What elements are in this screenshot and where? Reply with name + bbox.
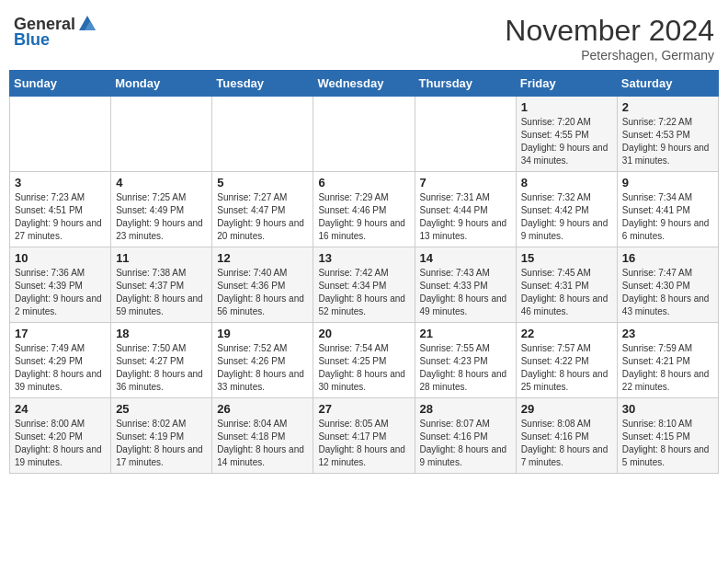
day-detail: Sunrise: 7:40 AM Sunset: 4:36 PM Dayligh…	[217, 267, 308, 318]
calendar-cell: 5Sunrise: 7:27 AM Sunset: 4:47 PM Daylig…	[212, 172, 313, 247]
day-number: 9	[622, 176, 713, 190]
day-number: 28	[420, 402, 511, 416]
logo-icon	[77, 14, 97, 34]
day-number: 19	[217, 327, 308, 340]
day-number: 14	[420, 251, 511, 265]
calendar-header-row: SundayMondayTuesdayWednesdayThursdayFrid…	[10, 71, 719, 97]
day-number: 1	[521, 100, 612, 114]
calendar-cell	[313, 97, 415, 172]
calendar-cell: 4Sunrise: 7:25 AM Sunset: 4:49 PM Daylig…	[111, 172, 212, 247]
calendar-cell: 10Sunrise: 7:36 AM Sunset: 4:39 PM Dayli…	[10, 247, 111, 323]
calendar-cell: 6Sunrise: 7:29 AM Sunset: 4:46 PM Daylig…	[313, 172, 415, 247]
day-detail: Sunrise: 7:50 AM Sunset: 4:27 PM Dayligh…	[116, 342, 207, 394]
day-detail: Sunrise: 8:02 AM Sunset: 4:19 PM Dayligh…	[116, 418, 207, 469]
day-number: 6	[318, 176, 409, 190]
calendar-cell: 9Sunrise: 7:34 AM Sunset: 4:41 PM Daylig…	[617, 172, 718, 247]
calendar-cell: 19Sunrise: 7:52 AM Sunset: 4:26 PM Dayli…	[212, 323, 313, 398]
day-detail: Sunrise: 7:59 AM Sunset: 4:21 PM Dayligh…	[622, 342, 713, 394]
calendar-cell: 29Sunrise: 8:08 AM Sunset: 4:16 PM Dayli…	[516, 398, 617, 474]
day-number: 26	[217, 402, 308, 416]
day-detail: Sunrise: 8:08 AM Sunset: 4:16 PM Dayligh…	[521, 418, 612, 469]
day-number: 5	[217, 176, 308, 190]
calendar-cell: 15Sunrise: 7:45 AM Sunset: 4:31 PM Dayli…	[516, 247, 617, 323]
day-detail: Sunrise: 7:49 AM Sunset: 4:29 PM Dayligh…	[15, 342, 106, 394]
calendar-cell: 26Sunrise: 8:04 AM Sunset: 4:18 PM Dayli…	[212, 398, 313, 474]
day-detail: Sunrise: 7:23 AM Sunset: 4:51 PM Dayligh…	[15, 191, 106, 243]
day-number: 29	[521, 402, 612, 416]
logo: General Blue	[14, 14, 97, 50]
day-number: 4	[116, 176, 207, 190]
calendar-cell: 27Sunrise: 8:05 AM Sunset: 4:17 PM Dayli…	[313, 398, 415, 474]
calendar-cell: 11Sunrise: 7:38 AM Sunset: 4:37 PM Dayli…	[111, 247, 212, 323]
calendar-cell: 17Sunrise: 7:49 AM Sunset: 4:29 PM Dayli…	[10, 323, 111, 398]
day-detail: Sunrise: 7:32 AM Sunset: 4:42 PM Dayligh…	[521, 191, 612, 243]
day-detail: Sunrise: 8:10 AM Sunset: 4:15 PM Dayligh…	[622, 418, 713, 469]
title-block: November 2024 Petershagen, Germany	[505, 14, 714, 63]
day-detail: Sunrise: 8:07 AM Sunset: 4:16 PM Dayligh…	[420, 418, 511, 469]
day-detail: Sunrise: 7:36 AM Sunset: 4:39 PM Dayligh…	[15, 267, 106, 318]
header-friday: Friday	[516, 71, 617, 97]
calendar-week-row: 17Sunrise: 7:49 AM Sunset: 4:29 PM Dayli…	[10, 323, 719, 398]
day-detail: Sunrise: 8:04 AM Sunset: 4:18 PM Dayligh…	[217, 418, 308, 469]
calendar-cell: 20Sunrise: 7:54 AM Sunset: 4:25 PM Dayli…	[313, 323, 415, 398]
logo-block: General Blue	[14, 14, 97, 50]
day-detail: Sunrise: 7:57 AM Sunset: 4:22 PM Dayligh…	[521, 342, 612, 394]
day-number: 20	[318, 327, 409, 340]
calendar-cell	[10, 97, 111, 172]
day-number: 18	[116, 327, 207, 340]
calendar-cell: 30Sunrise: 8:10 AM Sunset: 4:15 PM Dayli…	[617, 398, 718, 474]
calendar-week-row: 10Sunrise: 7:36 AM Sunset: 4:39 PM Dayli…	[10, 247, 719, 323]
calendar-cell: 3Sunrise: 7:23 AM Sunset: 4:51 PM Daylig…	[10, 172, 111, 247]
day-detail: Sunrise: 7:22 AM Sunset: 4:53 PM Dayligh…	[622, 116, 713, 167]
calendar-cell: 25Sunrise: 8:02 AM Sunset: 4:19 PM Dayli…	[111, 398, 212, 474]
day-number: 21	[420, 327, 511, 340]
day-detail: Sunrise: 7:27 AM Sunset: 4:47 PM Dayligh…	[217, 191, 308, 243]
day-number: 13	[318, 251, 409, 265]
day-number: 17	[15, 327, 106, 340]
calendar-cell: 13Sunrise: 7:42 AM Sunset: 4:34 PM Dayli…	[313, 247, 415, 323]
calendar-cell	[415, 97, 516, 172]
calendar-cell: 1Sunrise: 7:20 AM Sunset: 4:55 PM Daylig…	[516, 97, 617, 172]
calendar-table: SundayMondayTuesdayWednesdayThursdayFrid…	[9, 70, 719, 474]
day-detail: Sunrise: 7:38 AM Sunset: 4:37 PM Dayligh…	[116, 267, 207, 318]
day-number: 15	[521, 251, 612, 265]
day-number: 25	[116, 402, 207, 416]
header-sunday: Sunday	[10, 71, 111, 97]
calendar-cell: 8Sunrise: 7:32 AM Sunset: 4:42 PM Daylig…	[516, 172, 617, 247]
day-detail: Sunrise: 7:42 AM Sunset: 4:34 PM Dayligh…	[318, 267, 409, 318]
header-wednesday: Wednesday	[313, 71, 415, 97]
day-number: 11	[116, 251, 207, 265]
calendar-cell: 18Sunrise: 7:50 AM Sunset: 4:27 PM Dayli…	[111, 323, 212, 398]
day-detail: Sunrise: 7:47 AM Sunset: 4:30 PM Dayligh…	[622, 267, 713, 318]
header-saturday: Saturday	[617, 71, 718, 97]
day-detail: Sunrise: 7:29 AM Sunset: 4:46 PM Dayligh…	[318, 191, 409, 243]
calendar-cell: 22Sunrise: 7:57 AM Sunset: 4:22 PM Dayli…	[516, 323, 617, 398]
header-tuesday: Tuesday	[212, 71, 313, 97]
day-detail: Sunrise: 7:31 AM Sunset: 4:44 PM Dayligh…	[420, 191, 511, 243]
day-detail: Sunrise: 7:45 AM Sunset: 4:31 PM Dayligh…	[521, 267, 612, 318]
calendar-cell	[212, 97, 313, 172]
day-number: 16	[622, 251, 713, 265]
calendar-cell: 24Sunrise: 8:00 AM Sunset: 4:20 PM Dayli…	[10, 398, 111, 474]
location-subtitle: Petershagen, Germany	[505, 48, 714, 63]
day-detail: Sunrise: 7:43 AM Sunset: 4:33 PM Dayligh…	[420, 267, 511, 318]
month-year-title: November 2024	[505, 14, 714, 48]
calendar-cell: 2Sunrise: 7:22 AM Sunset: 4:53 PM Daylig…	[617, 97, 718, 172]
calendar-cell: 14Sunrise: 7:43 AM Sunset: 4:33 PM Dayli…	[415, 247, 516, 323]
day-number: 7	[420, 176, 511, 190]
day-number: 23	[622, 327, 713, 340]
calendar-week-row: 24Sunrise: 8:00 AM Sunset: 4:20 PM Dayli…	[10, 398, 719, 474]
page-header: General Blue November 2024 Petershagen, …	[9, 9, 719, 63]
day-number: 8	[521, 176, 612, 190]
calendar-cell: 21Sunrise: 7:55 AM Sunset: 4:23 PM Dayli…	[415, 323, 516, 398]
day-detail: Sunrise: 7:25 AM Sunset: 4:49 PM Dayligh…	[116, 191, 207, 243]
calendar-cell: 28Sunrise: 8:07 AM Sunset: 4:16 PM Dayli…	[415, 398, 516, 474]
calendar-week-row: 1Sunrise: 7:20 AM Sunset: 4:55 PM Daylig…	[10, 97, 719, 172]
calendar-cell: 23Sunrise: 7:59 AM Sunset: 4:21 PM Dayli…	[617, 323, 718, 398]
calendar-week-row: 3Sunrise: 7:23 AM Sunset: 4:51 PM Daylig…	[10, 172, 719, 247]
day-number: 27	[318, 402, 409, 416]
day-number: 2	[622, 100, 713, 114]
day-detail: Sunrise: 7:55 AM Sunset: 4:23 PM Dayligh…	[420, 342, 511, 394]
day-detail: Sunrise: 7:20 AM Sunset: 4:55 PM Dayligh…	[521, 116, 612, 167]
day-number: 22	[521, 327, 612, 340]
